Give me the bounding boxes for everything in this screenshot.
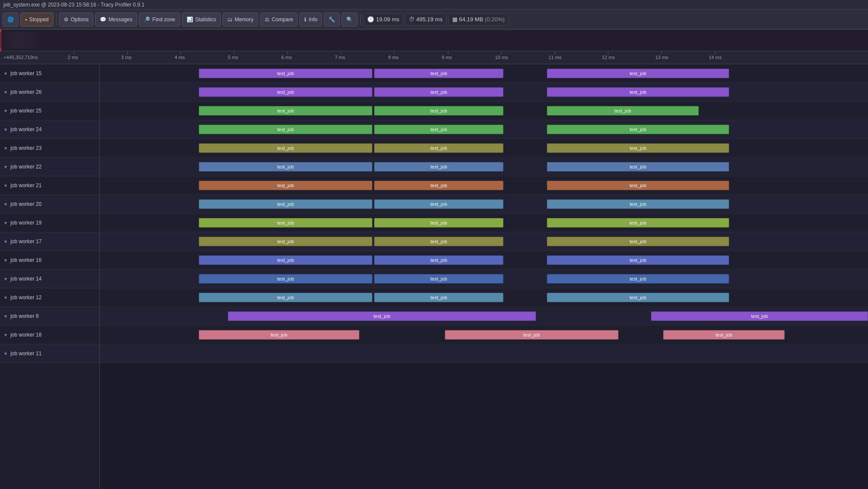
wifi-button[interactable]: 🌐 (3, 13, 19, 26)
track-bar[interactable]: test_job (547, 255, 729, 265)
track-bar[interactable]: test_job (651, 311, 868, 321)
track-row[interactable]: test_jobtest_jobtest_job (100, 176, 868, 195)
search-button[interactable]: 🔍 (342, 13, 358, 26)
ruler-label: 4 ms (174, 55, 185, 60)
memory-button[interactable]: 🗂 Memory (223, 13, 258, 26)
track-bar[interactable]: test_job (199, 293, 372, 302)
track-bar[interactable]: test_job (374, 181, 503, 190)
statistics-button[interactable]: 📊 Statistics (182, 13, 221, 26)
thread-sidebar-row[interactable]: ▼job worker 12 (0, 288, 99, 307)
track-bar[interactable]: test_job (199, 218, 372, 228)
track-bar[interactable]: test_job (374, 199, 503, 209)
track-bar[interactable]: test_job (199, 87, 372, 97)
track-bar[interactable]: test_job (547, 293, 729, 302)
track-bar[interactable]: test_job (199, 143, 372, 153)
thread-sidebar-row[interactable]: ▼job worker 15 (0, 64, 99, 83)
track-bar[interactable]: test_job (547, 237, 729, 246)
track-bar[interactable]: test_job (547, 199, 729, 209)
track-row[interactable]: test_jobtest_jobtest_job (100, 270, 868, 288)
track-row[interactable]: test_jobtest_jobtest_job (100, 158, 868, 176)
thread-sidebar-row[interactable]: ▼job worker 20 (0, 195, 99, 214)
track-bar-label: test_job (429, 164, 449, 169)
thread-name-label: job worker 18 (10, 332, 42, 338)
track-row[interactable]: test_jobtest_jobtest_job (100, 83, 868, 102)
track-bar[interactable]: test_job (199, 330, 359, 340)
track-bar[interactable]: test_job (547, 143, 729, 153)
track-bar[interactable]: test_job (547, 181, 729, 190)
track-bar[interactable]: test_job (663, 330, 785, 340)
track-bar[interactable]: test_job (374, 106, 503, 116)
track-bar[interactable]: test_job (374, 274, 503, 284)
thread-sidebar-row[interactable]: ▼job worker 18 (0, 326, 99, 344)
stopped-label: Stopped (29, 17, 49, 23)
track-row[interactable]: test_jobtest_jobtest_job (100, 288, 868, 307)
chevron-down-icon: ▼ (3, 127, 8, 132)
mini-timeline[interactable] (0, 30, 868, 51)
track-row[interactable]: test_jobtest_jobtest_job (100, 195, 868, 214)
tools-icon: 🔧 (329, 17, 335, 23)
thread-sidebar-row[interactable]: ▼job worker 26 (0, 83, 99, 102)
track-bar[interactable]: test_job (547, 69, 729, 78)
track-row[interactable]: test_jobtest_jobtest_job (100, 232, 868, 251)
timeline-tracks[interactable]: test_jobtest_jobtest_jobtest_jobtest_job… (100, 64, 868, 489)
thread-sidebar-row[interactable]: ▼job worker 24 (0, 120, 99, 139)
tools-button[interactable]: 🔧 (324, 13, 340, 26)
titlebar: job_system.exe @ 2023-08-23 15:58:16 - T… (0, 0, 868, 10)
track-row[interactable]: test_jobtest_jobtest_job (100, 120, 868, 139)
track-bar-label: test_job (429, 145, 449, 151)
track-bar[interactable]: test_job (374, 162, 503, 172)
track-bar[interactable]: test_job (199, 125, 372, 134)
track-row[interactable]: test_jobtest_job (100, 307, 868, 326)
thread-sidebar-row[interactable]: ▼job worker 21 (0, 176, 99, 195)
track-bar[interactable]: test_job (199, 181, 372, 190)
track-bar[interactable]: test_job (374, 125, 503, 134)
track-bar[interactable]: test_job (199, 162, 372, 172)
stopped-button[interactable]: ▪ Stopped (20, 13, 53, 26)
thread-sidebar-row[interactable]: ▼job worker 23 (0, 139, 99, 158)
track-bar[interactable]: test_job (547, 125, 729, 134)
track-bar[interactable]: test_job (547, 106, 699, 116)
track-bar[interactable]: test_job (374, 69, 503, 78)
track-bar[interactable]: test_job (199, 106, 372, 116)
track-bar[interactable]: test_job (374, 293, 503, 302)
messages-label: Messages (108, 17, 132, 23)
thread-sidebar-row[interactable]: ▼job worker 11 (0, 344, 99, 363)
messages-button[interactable]: 💬 Messages (95, 13, 137, 26)
track-bar[interactable]: test_job (547, 218, 729, 228)
thread-sidebar-row[interactable]: ▼job worker 17 (0, 232, 99, 251)
compare-label: Compare (272, 17, 293, 23)
track-bar[interactable]: test_job (199, 69, 372, 78)
track-bar[interactable]: test_job (199, 199, 372, 209)
track-bar[interactable]: test_job (547, 162, 729, 172)
thread-sidebar-row[interactable]: ▼job worker 22 (0, 158, 99, 176)
thread-sidebar-row[interactable]: ▼job worker 16 (0, 251, 99, 270)
track-row[interactable]: test_jobtest_jobtest_job (100, 102, 868, 120)
info-button[interactable]: ℹ Info (299, 13, 322, 26)
track-row[interactable]: test_jobtest_jobtest_job (100, 326, 868, 344)
track-bar[interactable]: test_job (199, 255, 372, 265)
track-row[interactable] (100, 344, 868, 363)
thread-name-label: job worker 26 (10, 89, 42, 95)
track-row[interactable]: test_jobtest_jobtest_job (100, 251, 868, 270)
track-bar[interactable]: test_job (547, 87, 729, 97)
thread-sidebar-row[interactable]: ▼job worker 19 (0, 214, 99, 232)
track-bar[interactable]: test_job (199, 237, 372, 246)
track-bar[interactable]: test_job (228, 311, 536, 321)
track-bar[interactable]: test_job (374, 255, 503, 265)
track-bar[interactable]: test_job (374, 143, 503, 153)
track-bar[interactable]: test_job (199, 274, 372, 284)
find-zone-button[interactable]: 🔎 Find zone (139, 13, 180, 26)
track-bar[interactable]: test_job (445, 330, 618, 340)
thread-sidebar-row[interactable]: ▼job worker 14 (0, 270, 99, 288)
thread-sidebar-row[interactable]: ▼job worker 25 (0, 102, 99, 120)
track-bar[interactable]: test_job (374, 237, 503, 246)
thread-sidebar-row[interactable]: ▼job worker 8 (0, 307, 99, 326)
track-bar[interactable]: test_job (374, 218, 503, 228)
track-bar[interactable]: test_job (374, 87, 503, 97)
options-button[interactable]: ⚙ Options (59, 13, 93, 26)
track-row[interactable]: test_jobtest_jobtest_job (100, 139, 868, 158)
track-bar[interactable]: test_job (547, 274, 729, 284)
track-row[interactable]: test_jobtest_jobtest_job (100, 64, 868, 83)
track-row[interactable]: test_jobtest_jobtest_job (100, 214, 868, 232)
compare-button[interactable]: ⚖ Compare (260, 13, 298, 26)
